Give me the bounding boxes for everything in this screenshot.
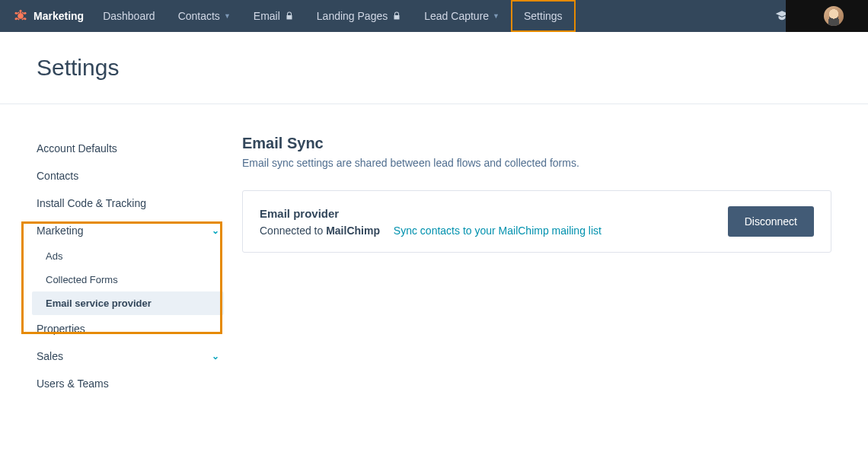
top-navbar: Marketing Dashboard Contacts▼ Email Land… [0,0,868,32]
nav-contacts[interactable]: Contacts▼ [167,0,242,32]
navbar-left: Marketing Dashboard Contacts▼ Email Land… [6,0,576,32]
sidebar-item-properties[interactable]: Properties [29,315,227,342]
card-status-line: Connected to MailChimp Sync contacts to … [260,225,602,237]
sidebar-item-users-teams[interactable]: Users & Teams [29,370,227,397]
main-area: Account Defaults Contacts Install Code &… [0,104,868,397]
nav-dashboard[interactable]: Dashboard [91,0,167,32]
sidebar-item-contacts[interactable]: Contacts [29,162,227,190]
chevron-down-icon: ▼ [224,12,231,20]
chevron-down-icon: ⌄ [212,225,219,236]
nav-landing-pages[interactable]: Landing Pages [305,0,413,32]
card-title: Email provider [260,207,602,220]
sidebar-subitem-collected-forms[interactable]: Collected Forms [29,268,227,291]
page-title: Settings [37,55,831,81]
section-subtitle: Email sync settings are shared between l… [242,157,831,169]
content-area: Email Sync Email sync settings are share… [227,135,831,397]
sidebar-item-marketing[interactable]: Marketing ⌄ [29,217,227,244]
chevron-down-icon: ⌄ [212,351,219,361]
sidebar-item-account-defaults[interactable]: Account Defaults [29,135,227,162]
avatar-icon [824,6,844,26]
nav-lead-capture[interactable]: Lead Capture▼ [413,0,511,32]
sidebar-subitem-ads[interactable]: Ads [29,244,227,268]
brand-logo[interactable]: Marketing [6,0,91,32]
hubspot-sprocket-icon [14,9,27,23]
sidebar-item-sales[interactable]: Sales ⌄ [29,342,227,370]
disconnect-button[interactable]: Disconnect [728,206,814,237]
svg-rect-6 [20,11,21,14]
lock-icon [392,11,401,21]
chevron-down-icon: ▼ [493,12,499,20]
sidebar-subitem-email-service-provider[interactable]: Email service provider [32,291,224,315]
provider-name: MailChimp [326,225,380,237]
brand-label: Marketing [34,10,84,22]
nav-email[interactable]: Email [242,0,305,32]
card-body: Email provider Connected to MailChimp Sy… [260,207,602,237]
sidebar-item-install-code[interactable]: Install Code & Tracking [29,190,227,217]
section-title: Email Sync [242,135,831,152]
settings-sidebar: Account Defaults Contacts Install Code &… [29,135,227,397]
page-header: Settings [0,32,868,104]
email-provider-card: Email provider Connected to MailChimp Sy… [242,190,831,253]
nav-settings[interactable]: Settings [511,0,576,32]
connected-prefix: Connected to [260,225,326,237]
lock-icon [285,11,294,21]
sync-contacts-link[interactable]: Sync contacts to your MailChimp mailing … [394,225,602,237]
